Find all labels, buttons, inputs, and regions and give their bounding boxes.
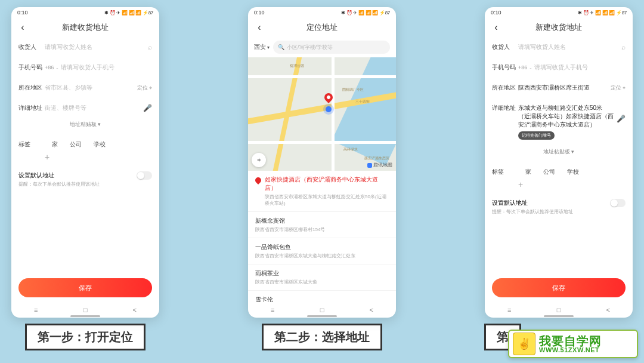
detail-row[interactable]: 详细地址 街道、楼牌号等 🎤 [11,98,159,118]
status-time: 0:10 [254,10,265,16]
form-body: 收货人 请填写收货人姓名 ⌕ 手机号码 +86 - 请填写收货人手机号 所在地区… [485,37,633,278]
detail-input[interactable]: 街道、楼牌号等 [45,104,141,112]
phone-input[interactable]: 请填写收货人手机号 [61,63,152,72]
region-input[interactable]: 省市区县、乡镇等 [45,84,137,92]
receiver-input[interactable]: 请填写收货人姓名 [518,43,619,51]
default-toggle[interactable] [137,171,152,180]
poi-item[interactable]: 新概念宾馆 陕西省西安市灞桥区柳巷村154号 [248,212,396,238]
add-tag-button[interactable]: + [485,180,633,193]
app-header: ‹ 新建收货地址 [485,18,633,37]
back-button[interactable]: ‹ [254,22,265,33]
voice-icon[interactable]: 🎤 [617,115,626,123]
watermark-logo: ✌ 我要自学网 WWW.51ZXW.NET [508,330,638,358]
poi-item[interactable]: 雪卡伦 陕西省西安市灞桥区东城大道与柳虹路交汇处 [248,291,396,302]
clipboard-toggle[interactable]: 地址粘贴板 ▾ [485,146,633,164]
tag-label: 标签 [492,168,518,176]
location-icon: ⌖ [149,85,152,91]
save-button[interactable]: 保存 [492,278,626,297]
detail-row[interactable]: 详细地址 东城大道与柳虹路交汇处东50米（近灞桥火车站）如家快捷酒店（西安浐灞商… [485,98,633,146]
tag-home[interactable]: 家 [525,168,531,176]
form-body: 收货人 请填写收货人姓名 ⌕ 手机号码 +86 - 请填写收货人手机号 所在地区… [11,37,159,278]
search-bar: 西安▾ 🔍 小区/写字楼/学校等 [248,37,396,57]
tag-home[interactable]: 家 [52,140,58,149]
nav-back[interactable]: < [605,306,612,313]
gesture-pill [544,315,574,317]
chevron-down-icon: ▾ [267,45,270,50]
region-value[interactable]: 陕西西安市灞桥区席王街道 [518,84,611,92]
tag-school[interactable]: 学校 [94,140,106,149]
default-label: 设置默认地址 [492,199,528,207]
phone-row[interactable]: 手机号码 +86 - 请填写收货人手机号 [485,57,633,78]
logo-url: WWW.51ZXW.NET [539,347,602,353]
receiver-input[interactable]: 请填写收货人姓名 [45,43,145,51]
receiver-row[interactable]: 收货人 请填写收货人姓名 ⌕ [11,37,159,57]
phone-prefix[interactable]: +86 [518,64,527,70]
voice-icon[interactable]: 🎤 [143,104,152,112]
location-icon: ⌖ [623,85,626,91]
region-row[interactable]: 所在地区 省市区县、乡镇等 定位⌖ [11,78,159,98]
step-2-caption: 第二步：选择地址 [262,324,382,350]
gesture-pill [307,315,337,317]
contacts-icon[interactable]: ⌕ [148,43,152,51]
poi-title: 如家快捷酒店（西安浐灞商务中心东城大道店） [265,176,389,192]
save-button[interactable]: 保存 [18,278,152,297]
poi-item[interactable]: 一品馋纸包鱼 陕西省西安市灞桥区东城大道与柳虹路交汇处东 [248,238,396,264]
tag-company[interactable]: 公司 [70,140,82,149]
back-button[interactable]: ‹ [491,22,501,33]
receiver-row[interactable]: 收货人 请填写收货人姓名 ⌕ [485,37,633,57]
nav-recent[interactable]: ≡ [32,306,39,313]
region-row[interactable]: 所在地区 陕西西安市灞桥区席王街道 定位⌖ [485,78,633,98]
detail-value[interactable]: 东城大道与柳虹路交汇处东50米（近灞桥火车站）如家快捷酒店（西安浐灞商务中心东城… [518,104,614,140]
add-tag-button[interactable]: + [11,152,159,165]
tag-row: 标签 家 公司 学校 [485,164,633,180]
poi-item-selected[interactable]: 如家快捷酒店（西安浐灞商务中心东城大道店） 陕西省西安市灞桥区东城大道与柳虹路交… [248,171,396,212]
door-number-tip: 记得完善门牌号 [518,131,555,140]
city-selector[interactable]: 西安▾ [254,43,270,51]
nav-recent[interactable]: ≡ [506,306,513,313]
phone-label: 手机号码 [492,63,518,72]
status-icons: ✱ ⏰ ✈ 📶 📶 📶 ⚡87 [104,10,153,16]
nav-recent[interactable]: ≡ [269,306,276,313]
locate-button[interactable]: 定位⌖ [611,84,626,92]
recenter-button[interactable]: ⌖ [252,153,266,167]
nav-home[interactable]: □ [318,306,326,313]
locate-button[interactable]: 定位⌖ [137,84,152,92]
step-1-caption: 第一步：打开定位 [25,324,145,350]
logo-icon: ✌ [513,333,535,355]
phone-label: 手机号码 [18,63,45,72]
page-title: 定位地址 [265,22,379,33]
nav-back[interactable]: < [131,306,138,313]
phone-row[interactable]: 手机号码 +86 - 请填写收货人手机号 [11,57,159,78]
search-input[interactable]: 🔍 小区/写字楼/学校等 [273,41,390,54]
receiver-label: 收货人 [18,43,45,51]
receiver-label: 收货人 [492,43,518,51]
pin-icon [254,176,262,184]
status-icons: ✱ ⏰ ✈ 📶 📶 📶 ⚡87 [341,10,390,16]
tag-company[interactable]: 公司 [543,168,555,176]
nav-home[interactable]: □ [82,306,89,313]
poi-sub: 陕西省西安市灞桥区东城大道与柳虹路交汇处东50米(近灞桥火车站) [265,193,389,207]
nav-home[interactable]: □ [555,306,562,313]
tag-label: 标签 [18,140,45,149]
phone-prefix[interactable]: +86 [45,64,54,70]
page-title: 新建收货地址 [28,22,143,33]
detail-label: 详细地址 [18,104,45,112]
nav-back[interactable]: < [368,306,375,313]
region-label: 所在地区 [18,84,45,92]
screen-3-new-address-filled: 0:10 ✱ ⏰ ✈ 📶 📶 📶 ⚡87 ‹ 新建收货地址 收货人 请填写收货人… [485,7,633,318]
default-hint: 提醒：每次下单会默认推荐使用该地址 [11,181,159,192]
poi-list: 如家快捷酒店（西安浐灞商务中心东城大道店） 陕西省西安市灞桥区东城大道与柳虹路交… [248,171,396,302]
tag-school[interactable]: 学校 [567,168,579,176]
app-header: ‹ 新建收货地址 [11,18,159,37]
default-toggle[interactable] [610,199,626,207]
tag-row: 标签 家 公司 学校 [11,137,159,152]
page-title: 新建收货地址 [501,22,616,33]
screen-2-locate-address: 0:10 ✱ ⏰ ✈ 📶 📶 📶 ⚡87 ‹ 定位地址 西安▾ 🔍 小区/写字楼… [248,7,396,318]
poi-item[interactable]: 雨桐茶业 陕西省西安市灞桥区东城大道 [248,264,396,291]
clipboard-toggle[interactable]: 地址粘贴板 ▾ [11,118,159,137]
default-hint: 提醒：每次下单会默认推荐使用该地址 [485,208,633,220]
back-button[interactable]: ‹ [17,22,28,33]
phone-input[interactable]: 请填写收货人手机号 [534,63,626,72]
map-view[interactable]: 纺渭公园 国棉四厂小区 三十四街 高科绿水 西安浐灞生态区 ⌖ 腾讯地图 [248,57,396,171]
contacts-icon[interactable]: ⌕ [621,43,626,51]
